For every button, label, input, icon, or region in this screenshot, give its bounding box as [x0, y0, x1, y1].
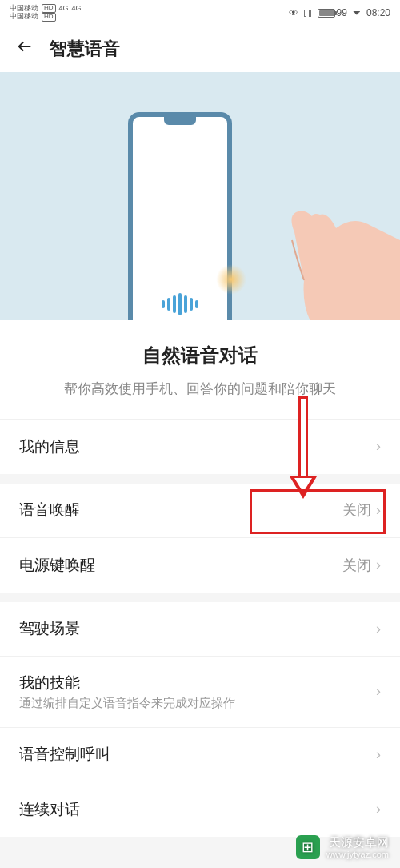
vibrate-icon: ⫿⫿: [303, 7, 313, 18]
phone-illustration: [128, 112, 232, 320]
chevron-right-icon: ›: [376, 801, 381, 818]
status-left: 中国移动 HD 4G 4G 中国移动 HD: [10, 4, 82, 22]
carrier-1: 中国移动: [10, 5, 38, 13]
hero-illustration: [0, 72, 400, 320]
row-voice-call-control[interactable]: 语音控制呼叫 ›: [0, 728, 400, 782]
row-driving[interactable]: 驾驶场景 ›: [0, 602, 400, 657]
eye-comfort-icon: 👁: [289, 7, 298, 18]
row-sub: 通过编排自定义语音指令来完成对应操作: [19, 696, 376, 711]
hd-badge-1: HD: [42, 4, 56, 13]
battery-indicator: 99: [318, 7, 347, 18]
row-my-info[interactable]: 我的信息 ›: [0, 420, 400, 474]
watermark-url: www.jytyaz.com: [326, 850, 389, 860]
settings-group-2: 语音唤醒 关闭 › 电源键唤醒 关闭 ›: [0, 484, 400, 593]
row-label: 电源键唤醒: [19, 555, 342, 576]
clock: 08:20: [366, 7, 390, 18]
watermark-logo-icon: ⊞: [296, 835, 320, 859]
chevron-right-icon: ›: [376, 621, 381, 637]
settings-group-3: 驾驶场景 › 我的技能 通过编排自定义语音指令来完成对应操作 › 语音控制呼叫 …: [0, 602, 400, 837]
touch-glow-icon: [216, 264, 246, 295]
settings-group-1: 我的信息 ›: [0, 419, 400, 474]
hd-badge-2: HD: [42, 13, 56, 22]
voice-wave-icon: [162, 293, 198, 315]
hand-illustration: [256, 184, 400, 320]
hero-text-block: 自然语音对话 帮你高效使用手机、回答你的问题和陪你聊天: [0, 320, 400, 419]
chevron-right-icon: ›: [376, 438, 381, 455]
row-continuous-dialog[interactable]: 连续对话 ›: [0, 782, 400, 837]
hero-title: 自然语音对话: [24, 343, 376, 368]
row-label: 我的技能: [19, 673, 376, 693]
alarm-icon: ⏷: [352, 7, 362, 18]
carrier-2: 中国移动: [10, 13, 38, 21]
row-label: 语音唤醒: [19, 500, 342, 520]
row-value: 关闭: [342, 556, 371, 575]
row-voice-wake[interactable]: 语音唤醒 关闭 ›: [0, 484, 400, 538]
page-title: 智慧语音: [50, 37, 120, 61]
chevron-right-icon: ›: [376, 557, 381, 573]
battery-pct: 99: [337, 7, 347, 18]
watermark-name: 天源安卓网: [326, 835, 389, 850]
hero-desc: 帮你高效使用手机、回答你的问题和陪你聊天: [24, 380, 376, 400]
row-label: 连续对话: [19, 799, 376, 820]
watermark: ⊞ 天源安卓网 www.jytyaz.com: [296, 835, 389, 860]
chevron-right-icon: ›: [376, 683, 381, 700]
status-right: 👁 ⫿⫿ 99 ⏷ 08:20: [289, 7, 390, 18]
net-1: 4G: [59, 5, 69, 13]
back-button[interactable]: [16, 38, 34, 60]
row-label: 语音控制呼叫: [19, 744, 376, 765]
chevron-right-icon: ›: [376, 746, 381, 763]
net-2: 4G: [72, 5, 82, 13]
status-bar: 中国移动 HD 4G 4G 中国移动 HD 👁 ⫿⫿ 99 ⏷ 08:20: [0, 0, 400, 26]
row-label: 驾驶场景: [19, 618, 376, 639]
row-my-skills[interactable]: 我的技能 通过编排自定义语音指令来完成对应操作 ›: [0, 657, 400, 728]
row-power-wake[interactable]: 电源键唤醒 关闭 ›: [0, 538, 400, 593]
row-value: 关闭: [342, 500, 371, 520]
row-label: 我的信息: [19, 436, 376, 457]
page-header: 智慧语音: [0, 26, 400, 72]
chevron-right-icon: ›: [376, 502, 381, 519]
